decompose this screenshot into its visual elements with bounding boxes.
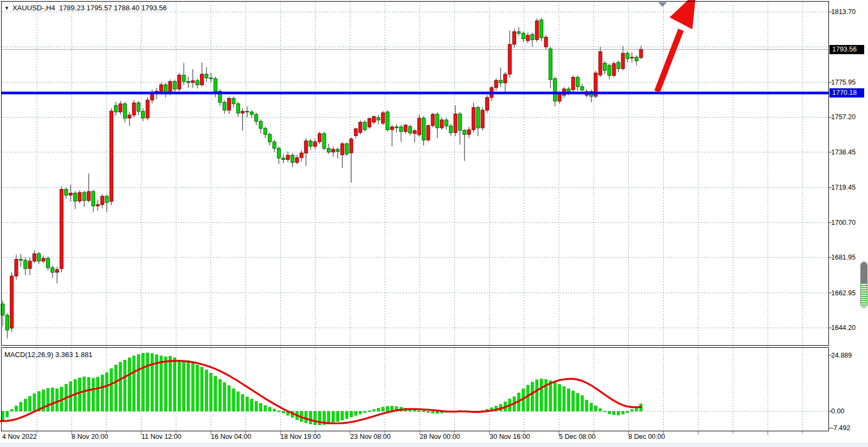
- symbol-timeframe-label: XAUUSD-,H4: [12, 4, 55, 12]
- time-axis-label: 8 Nov 20:00: [72, 433, 108, 440]
- symbol-dropdown-icon[interactable]: ▼: [4, 5, 9, 11]
- time-axis-label: 5 Dec 08:00: [559, 433, 595, 440]
- chart-title: ▼XAUUSD-,H4 1789.23 1795.57 1788.40 1793…: [4, 4, 167, 12]
- main-price-pane: [1, 1, 829, 346]
- ohlc-readout: 1789.23 1795.57 1788.40 1793.56: [59, 4, 167, 12]
- price-axis-label: 1681.95: [831, 254, 856, 261]
- scrollbar-grip: [861, 262, 867, 283]
- price-axis-label: 1813.70: [831, 8, 856, 16]
- time-axis-label: 11 Nov 12:00: [142, 433, 181, 440]
- price-axis-label: 1662.95: [831, 289, 856, 297]
- scrollbar-stripes-decoration: [861, 283, 867, 307]
- price-axis-label: 1757.20: [831, 113, 856, 121]
- macd-indicator-pane: [1, 347, 829, 431]
- vertical-scrollbar-thumb[interactable]: [860, 262, 867, 308]
- trading-chart-window: ▼XAUUSD-,H4 1789.23 1795.57 1788.40 1793…: [0, 0, 868, 447]
- macd-axis-label: -7.492: [831, 424, 850, 432]
- price-axis-label: 1644.20: [831, 324, 856, 332]
- price-axis-label: 1738.45: [831, 148, 856, 156]
- macd-axis-label: 24.889: [831, 352, 852, 359]
- hline-price-badge: 1770.18: [830, 88, 864, 98]
- price-axis-label: 1719.45: [831, 184, 856, 191]
- price-axis-label: 1700.70: [831, 219, 856, 226]
- window-bottom-strip: [0, 443, 868, 447]
- time-axis-label: 23 Nov 08:00: [350, 433, 390, 440]
- time-axis-label: 18 Nov 19:00: [280, 433, 320, 440]
- current-price-badge: 1793.56: [830, 45, 864, 54]
- macd-axis-label: 0.00: [831, 407, 844, 415]
- time-axis-label: 28 Nov 00:00: [420, 433, 460, 440]
- macd-indicator-label: MACD(12,26,9) 3.363 1.881: [4, 351, 93, 359]
- price-axis-label: 1775.95: [831, 79, 856, 86]
- time-axis-label: 8 Dec 00:00: [628, 433, 665, 440]
- time-axis-label: 16 Nov 04:00: [211, 433, 251, 440]
- time-axis-label: 4 Nov 2022: [2, 433, 37, 440]
- time-axis-label: 30 Nov 16:00: [490, 433, 530, 440]
